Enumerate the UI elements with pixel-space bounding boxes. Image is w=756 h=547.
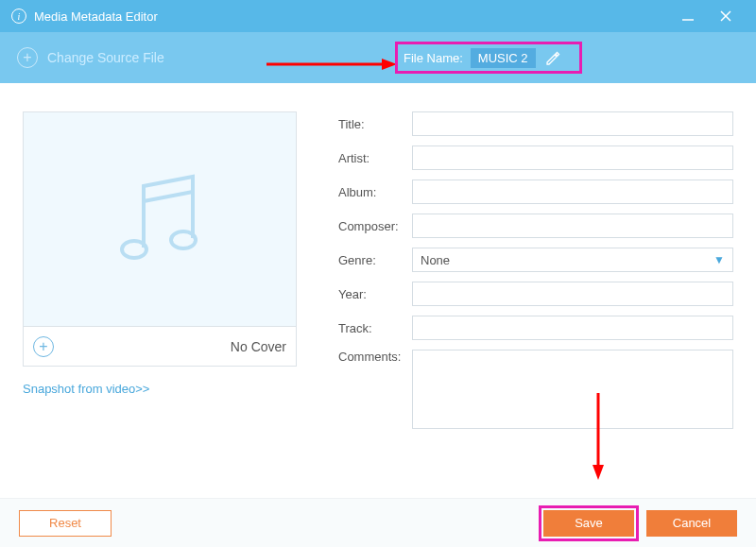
svg-line-5 — [144, 192, 193, 201]
genre-value: None — [421, 253, 450, 267]
track-label: Track: — [338, 321, 412, 335]
track-input[interactable] — [412, 316, 733, 340]
svg-marker-9 — [593, 465, 604, 480]
edit-filename-icon[interactable] — [545, 50, 560, 65]
comments-input[interactable] — [412, 350, 733, 429]
title-label: Title: — [338, 117, 412, 131]
title-bar: i Media Metadata Editor — [0, 0, 756, 32]
music-note-icon — [98, 158, 221, 281]
change-source-link[interactable]: Change Source File — [47, 50, 164, 65]
composer-label: Composer: — [338, 219, 412, 233]
year-label: Year: — [338, 287, 412, 301]
artist-input[interactable] — [412, 145, 733, 170]
save-button-highlight: Save — [539, 505, 639, 541]
album-input[interactable] — [412, 179, 733, 204]
no-cover-label: No Cover — [54, 339, 286, 354]
album-label: Album: — [338, 185, 412, 199]
close-button[interactable] — [707, 9, 745, 24]
window-title: Media Metadata Editor — [34, 9, 158, 24]
genre-select[interactable]: None ▼ — [412, 248, 733, 272]
add-cover-button[interactable]: + — [33, 336, 54, 357]
comments-label: Comments: — [338, 350, 412, 364]
reset-button[interactable]: Reset — [19, 510, 112, 537]
footer: Reset Save Cancel — [0, 498, 756, 547]
file-name-input[interactable]: MUSIC 2 — [471, 48, 536, 68]
cover-preview — [23, 111, 297, 327]
year-input[interactable] — [412, 282, 733, 306]
info-icon: i — [11, 9, 26, 24]
save-button[interactable]: Save — [543, 510, 634, 537]
annotation-arrow-right-icon — [266, 57, 397, 72]
minimize-button[interactable] — [669, 9, 707, 24]
svg-point-7 — [171, 231, 196, 248]
genre-label: Genre: — [338, 253, 412, 267]
cancel-button[interactable]: Cancel — [646, 510, 737, 537]
snapshot-from-video-link[interactable]: Snapshot from video>> — [23, 382, 297, 396]
file-name-label: File Name: — [404, 51, 463, 65]
artist-label: Artist: — [338, 151, 412, 165]
chevron-down-icon: ▼ — [713, 253, 725, 266]
annotation-arrow-down-icon — [591, 393, 606, 480]
title-input[interactable] — [412, 111, 733, 136]
add-source-icon[interactable]: + — [17, 47, 38, 68]
composer-input[interactable] — [412, 214, 733, 238]
file-name-group: File Name: MUSIC 2 — [395, 42, 582, 74]
svg-point-6 — [122, 241, 146, 258]
